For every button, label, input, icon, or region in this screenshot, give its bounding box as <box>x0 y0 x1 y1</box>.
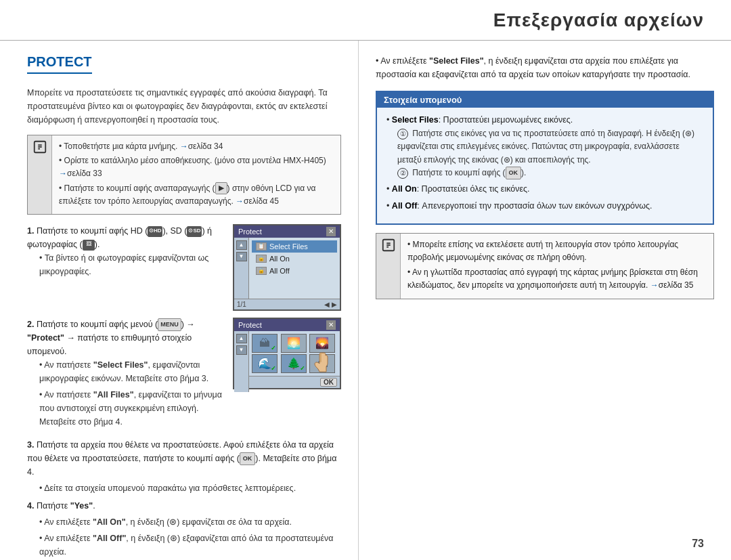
lcd-thumb-3[interactable]: 🌄 <box>309 334 335 353</box>
page-title-bar: Επεξεργασία αρχείων <box>0 0 731 41</box>
submenu-all-off: • All Off: Απενεργοποιεί την προστασία ό… <box>386 199 703 213</box>
info-bullet-1: Τοποθετήστε μια κάρτα μνήμης. →σελίδα 34 <box>59 140 334 153</box>
info-bullet-3: Πατήστε το κουμπί αφής αναπαραγωγής (▶) … <box>59 182 334 208</box>
lcd-counter: 1/1 <box>237 301 246 308</box>
note-box-content: Μπορείτε επίσης να εκτελέσετε αυτή τη λε… <box>401 234 713 299</box>
step-2-sub2: Αν πατήσετε "All Files", εμφανίζεται το … <box>39 388 226 429</box>
step-3: 3. Πατήστε τα αρχεία που θέλετε να προστ… <box>27 438 341 479</box>
lcd-header-1: Protect ✕ <box>234 225 340 238</box>
note-bullet-1: Μπορείτε επίσης να εκτελέσετε αυτή τη λε… <box>407 238 707 264</box>
info-icon <box>28 135 52 214</box>
submenu-select-files: • Select Files: Προστατεύει μεμονωμένες … <box>386 113 703 179</box>
lcd-all-off-icon: 🔓 <box>256 267 267 275</box>
submenu-title: Στοιχεία υπομενού <box>377 92 713 108</box>
right-column: • Αν επιλέξετε "Select Files", η ένδειξη… <box>359 41 731 560</box>
page-title: Επεξεργασία αρχείων <box>493 9 704 31</box>
content-area: PROTECT Μπορείτε να προστατεύσετε τις ση… <box>0 41 731 560</box>
hand-cursor <box>311 351 330 374</box>
lcd-thumbs-area: ▲ ▼ 🏔 ✓ 🌅 🌄 <box>234 331 340 376</box>
step-2-sub1: Αν πατήσετε "Select Files", εμφανίζονται… <box>39 358 226 385</box>
submenu-select-files-sub2: ② Πατήστε το κουμπί αφής (OK). <box>397 167 703 179</box>
step-1-content: 1. Πατήστε το κουμπί αφής HD (⊙HD), SD (… <box>27 224 226 281</box>
right-top-bullet: • Αν επιλέξετε "Select Files", η ένδειξη… <box>376 54 714 81</box>
lcd-close-btn-2[interactable]: ✕ <box>326 320 336 330</box>
lcd-menu-all-on[interactable]: 🔒 All On <box>252 253 337 265</box>
step-4: 4. Πατήστε "Yes". <box>27 499 341 513</box>
info-box: Τοποθετήστε μια κάρτα μνήμης. →σελίδα 34… <box>27 135 341 215</box>
submenu-box: Στοιχεία υπομενού • Select Files: Προστα… <box>376 91 714 225</box>
lcd-sidebar: ▲ ▼ <box>234 238 249 299</box>
info-box-content: Τοποθετήστε μια κάρτα μνήμης. →σελίδα 34… <box>52 135 340 214</box>
lcd-thumb-5[interactable]: 🌲 ✓ <box>281 354 307 373</box>
step-2-content: 2. Πατήστε το κουμπί αφής μενού (MENU) →… <box>27 318 226 431</box>
lcd-thumb-1[interactable]: 🏔 ✓ <box>252 334 278 353</box>
section-heading: PROTECT <box>27 54 341 81</box>
lcd-footer-2: 3/3 OK <box>234 376 340 388</box>
submenu-select-files-sub1: ① Πατήστε στις εικόνες για να τις προστα… <box>397 127 703 167</box>
lcd-menu-all-off[interactable]: 🔓 All Off <box>252 265 337 277</box>
note-box: Μπορείτε επίσης να εκτελέσετε αυτή τη λε… <box>376 233 714 300</box>
lcd-ok-btn[interactable]: OK <box>320 378 337 387</box>
step-3-sub: Δείτε τα στοιχεία υπομενού παρακάτω για … <box>39 481 341 495</box>
lcd-up-btn[interactable]: ▲ <box>236 240 247 250</box>
lcd-screen-1: Protect ✕ ▲ ▼ 📋 Select Files 🔒 <box>233 224 341 311</box>
left-column: PROTECT Μπορείτε να προστατεύσετε τις ση… <box>0 41 359 560</box>
intro-text: Μπορείτε να προστατεύσετε τις σημαντικές… <box>27 86 341 127</box>
note-bullet-2: Αν η γλωττίδα προστασίας από εγγραφή της… <box>407 266 707 292</box>
lcd-down-btn[interactable]: ▼ <box>236 252 247 261</box>
info-bullet-2: Ορίστε το κατάλληλο μέσο αποθήκευσης. (μ… <box>59 154 334 180</box>
lcd-menu-select-files[interactable]: 📋 Select Files <box>252 240 337 253</box>
lcd-all-on-icon: 🔒 <box>256 255 267 263</box>
lcd-thumb-4[interactable]: 🌊 ✓ <box>252 354 278 373</box>
step-4-sub1: Αν επιλέξετε "All On", η ένδειξη (⊛) εμφ… <box>39 515 341 529</box>
lcd-sidebar-2: ▲ ▼ <box>234 331 249 392</box>
submenu-all-on: • All On: Προστατεύει όλες τις εικόνες. <box>386 182 703 196</box>
lcd-down-btn-2[interactable]: ▼ <box>236 345 247 355</box>
lcd-body-1: ▲ ▼ 📋 Select Files 🔒 All On � <box>234 238 340 299</box>
lcd-up-btn-2[interactable]: ▲ <box>236 334 247 343</box>
step-1-sub: Τα βίντεο ή οι φωτογραφίες εμφανίζονται … <box>39 251 226 278</box>
lcd-nav: ◀ ▶ <box>324 301 337 308</box>
lcd-footer-1: 1/1 ◀ ▶ <box>234 299 340 309</box>
lcd-thumb-2[interactable]: 🌅 <box>281 334 307 353</box>
svg-rect-4 <box>320 353 322 362</box>
lcd-screen-2: Protect ✕ ▲ ▼ 🏔 ✓ 🌅 <box>233 318 341 389</box>
step-4-sub2: Αν επιλέξετε "All Off", η ένδειξη (⊛) εξ… <box>39 532 341 559</box>
lcd-all-on-label: All On <box>269 255 290 263</box>
lcd-header-2: Protect ✕ <box>234 319 340 331</box>
lcd-select-files-icon: 📋 <box>256 242 267 251</box>
lcd-select-files-label: Select Files <box>269 242 308 251</box>
lcd-menu: 📋 Select Files 🔒 All On 🔓 All Off <box>249 238 340 280</box>
page-number: 73 <box>692 538 704 550</box>
lcd-all-off-label: All Off <box>269 267 290 275</box>
note-icon <box>376 234 401 299</box>
lcd-close-btn[interactable]: ✕ <box>326 227 336 236</box>
